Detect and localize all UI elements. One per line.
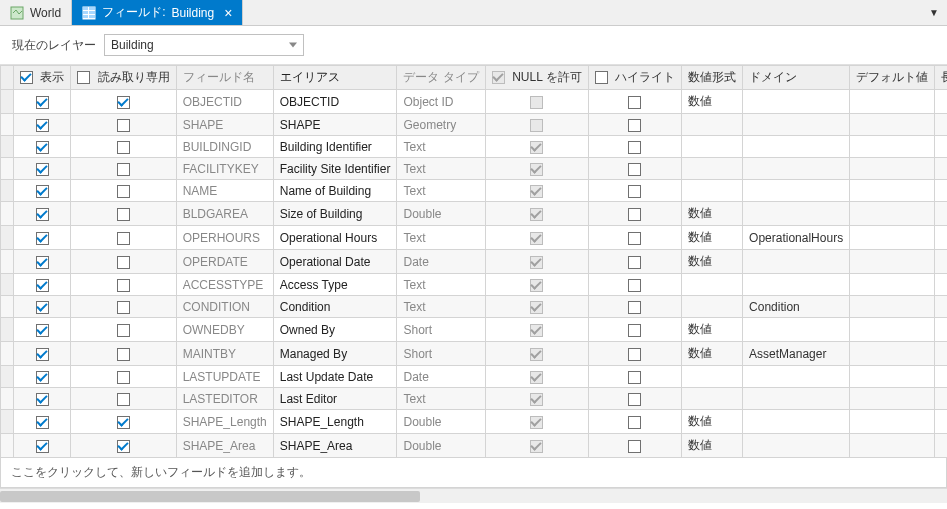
cell-readonly[interactable]: [71, 180, 176, 202]
cell-length[interactable]: 50: [935, 226, 947, 250]
cell-visible[interactable]: [14, 410, 71, 434]
table-row[interactable]: OBJECTIDOBJECTIDObject ID数値: [1, 90, 948, 114]
cell-domain[interactable]: [743, 410, 850, 434]
cell-length[interactable]: [935, 90, 947, 114]
cell-highlight[interactable]: [588, 90, 681, 114]
cell-numberformat[interactable]: [682, 180, 743, 202]
col-numberformat[interactable]: 数値形式: [682, 66, 743, 90]
cell-fieldname[interactable]: CONDITION: [176, 296, 273, 318]
cell-allownull[interactable]: [485, 296, 588, 318]
cell-visible[interactable]: [14, 158, 71, 180]
cell-readonly[interactable]: [71, 388, 176, 410]
row-header-corner[interactable]: [1, 66, 14, 90]
col-length[interactable]: 長さ: [935, 66, 947, 90]
cell-length[interactable]: [935, 410, 947, 434]
cell-domain[interactable]: OperationalHours: [743, 226, 850, 250]
cell-fieldname[interactable]: SHAPE: [176, 114, 273, 136]
cell-datatype[interactable]: Short: [397, 342, 485, 366]
row-header[interactable]: [1, 342, 14, 366]
cell-default[interactable]: [850, 226, 935, 250]
cell-highlight[interactable]: [588, 366, 681, 388]
cell-visible[interactable]: [14, 274, 71, 296]
row-header[interactable]: [1, 226, 14, 250]
cell-highlight[interactable]: [588, 434, 681, 458]
cell-numberformat[interactable]: [682, 274, 743, 296]
cell-fieldname[interactable]: SHAPE_Length: [176, 410, 273, 434]
cell-domain[interactable]: Condition: [743, 296, 850, 318]
cell-length[interactable]: [935, 318, 947, 342]
cell-visible[interactable]: [14, 388, 71, 410]
cell-fieldname[interactable]: OWNEDBY: [176, 318, 273, 342]
cell-highlight[interactable]: [588, 410, 681, 434]
cell-highlight[interactable]: [588, 114, 681, 136]
cell-fieldname[interactable]: MAINTBY: [176, 342, 273, 366]
cell-default[interactable]: [850, 318, 935, 342]
cell-allownull[interactable]: [485, 226, 588, 250]
cell-visible[interactable]: [14, 342, 71, 366]
cell-fieldname[interactable]: OPERHOURS: [176, 226, 273, 250]
cell-allownull[interactable]: [485, 180, 588, 202]
cell-alias[interactable]: Access Type: [273, 274, 397, 296]
cell-domain[interactable]: [743, 114, 850, 136]
cell-domain[interactable]: [743, 158, 850, 180]
cell-datatype[interactable]: Object ID: [397, 90, 485, 114]
table-row[interactable]: MAINTBYManaged ByShort数値AssetManager: [1, 342, 948, 366]
cell-highlight[interactable]: [588, 250, 681, 274]
cell-numberformat[interactable]: [682, 114, 743, 136]
row-header[interactable]: [1, 274, 14, 296]
cell-domain[interactable]: AssetManager: [743, 342, 850, 366]
cell-length[interactable]: 50: [935, 296, 947, 318]
cell-highlight[interactable]: [588, 158, 681, 180]
cell-datatype[interactable]: Date: [397, 250, 485, 274]
cell-datatype[interactable]: Text: [397, 296, 485, 318]
cell-fieldname[interactable]: ACCESSTYPE: [176, 274, 273, 296]
table-row[interactable]: CONDITIONConditionTextCondition50: [1, 296, 948, 318]
cell-domain[interactable]: [743, 90, 850, 114]
cell-alias[interactable]: Last Update Date: [273, 366, 397, 388]
cell-alias[interactable]: Building Identifier: [273, 136, 397, 158]
cell-readonly[interactable]: [71, 366, 176, 388]
cell-default[interactable]: [850, 114, 935, 136]
cell-allownull[interactable]: [485, 158, 588, 180]
cell-domain[interactable]: [743, 318, 850, 342]
cell-visible[interactable]: [14, 90, 71, 114]
table-row[interactable]: OPERDATEOperational DateDate数値: [1, 250, 948, 274]
cell-numberformat[interactable]: 数値: [682, 318, 743, 342]
table-row[interactable]: ACCESSTYPEAccess TypeText50: [1, 274, 948, 296]
cell-readonly[interactable]: [71, 434, 176, 458]
cell-length[interactable]: 50: [935, 158, 947, 180]
cell-default[interactable]: [850, 366, 935, 388]
cell-numberformat[interactable]: 数値: [682, 410, 743, 434]
row-header[interactable]: [1, 318, 14, 342]
cell-highlight[interactable]: [588, 274, 681, 296]
cell-datatype[interactable]: Text: [397, 388, 485, 410]
cell-domain[interactable]: [743, 180, 850, 202]
cell-length[interactable]: 25: [935, 180, 947, 202]
cell-default[interactable]: [850, 410, 935, 434]
cell-datatype[interactable]: Double: [397, 434, 485, 458]
cell-visible[interactable]: [14, 114, 71, 136]
cell-highlight[interactable]: [588, 296, 681, 318]
table-row[interactable]: NAMEName of BuildingText25: [1, 180, 948, 202]
cell-domain[interactable]: [743, 136, 850, 158]
cell-default[interactable]: [850, 202, 935, 226]
scrollbar-thumb[interactable]: [0, 491, 420, 502]
cell-highlight[interactable]: [588, 342, 681, 366]
cell-visible[interactable]: [14, 318, 71, 342]
add-field-row[interactable]: ここをクリックして、新しいフィールドを追加します。: [0, 458, 947, 488]
cell-fieldname[interactable]: BLDGAREA: [176, 202, 273, 226]
table-row[interactable]: SHAPESHAPEGeometry: [1, 114, 948, 136]
cell-readonly[interactable]: [71, 296, 176, 318]
cell-datatype[interactable]: Short: [397, 318, 485, 342]
cell-datatype[interactable]: Double: [397, 202, 485, 226]
cell-readonly[interactable]: [71, 136, 176, 158]
cell-default[interactable]: [850, 274, 935, 296]
tab-menu-button[interactable]: ▼: [921, 7, 947, 18]
cell-domain[interactable]: [743, 274, 850, 296]
cell-datatype[interactable]: Text: [397, 158, 485, 180]
row-header[interactable]: [1, 410, 14, 434]
table-row[interactable]: SHAPE_LengthSHAPE_LengthDouble数値: [1, 410, 948, 434]
cell-length[interactable]: [935, 250, 947, 274]
col-allownull[interactable]: NULL を許可: [485, 66, 588, 90]
cell-visible[interactable]: [14, 226, 71, 250]
